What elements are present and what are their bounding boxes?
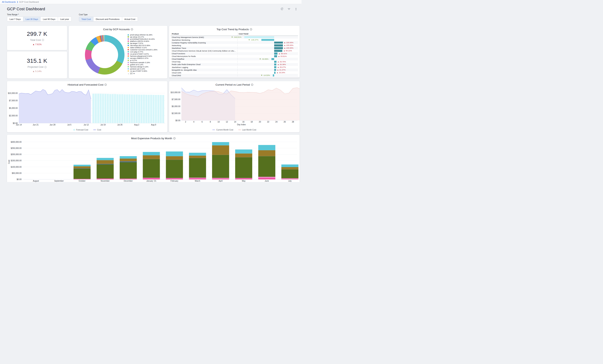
svg-text:August: August [33, 180, 39, 182]
donut-legend-item[interactable]: freemium-sample 0.19% [128, 62, 166, 64]
donut-legend-item[interactable]: qa-target 7.57% [128, 42, 166, 44]
column-header-cost-trend[interactable]: Cost Trend [238, 32, 298, 36]
donut-legend-item[interactable]: ce-prod-274307 0.67% [128, 53, 166, 55]
legend-item[interactable]: Last Month Cost [238, 129, 256, 131]
trend-value: ▲ 94.21% [283, 50, 292, 52]
stacked-bar [120, 156, 137, 179]
svg-text:Aug 2: Aug 2 [134, 124, 139, 126]
svg-text:12: 12 [226, 121, 228, 123]
breadcrumb-link-all-dashboards[interactable]: All Dashboards [2, 1, 16, 3]
svg-text:$10,000.00: $10,000.00 [171, 91, 180, 94]
donut-legend-item[interactable]: platform-205701 8.82% [128, 40, 166, 42]
trend-value: ▲ 25.70% [278, 61, 286, 63]
donut-legend-item[interactable]: harness-design 0.13% [128, 66, 166, 68]
donut-legend-item[interactable]: harness-playground 0.52% [128, 55, 166, 57]
option-actual-cost[interactable]: Actual Cost [122, 17, 138, 22]
donut-legend-item[interactable]: ccm-play 0.77% [128, 51, 166, 53]
donut-legend-item[interactable]: customer-success-244100 1.00% [128, 49, 166, 51]
refresh-button[interactable] [280, 7, 284, 11]
chevron-right-icon: ❯ [17, 1, 18, 3]
trend-bar [273, 74, 274, 77]
legend-item[interactable]: Cost [93, 129, 101, 131]
cost-area [19, 89, 91, 123]
cost-trend-cell: ▼ -342.01% [238, 36, 298, 39]
info-icon[interactable]: i [44, 66, 46, 68]
trend-bar [274, 55, 277, 57]
legend-dot [128, 36, 129, 38]
time-range-options: Last 7 DaysLast 30 DaysLast 90 DaysLast … [7, 17, 71, 22]
more-options-button[interactable] [294, 7, 298, 11]
cost-trend-cell: ▲ 100.00% [238, 41, 298, 44]
stacked-bar [143, 152, 160, 179]
svg-text:Jun 14: Jun 14 [16, 124, 22, 126]
column-header-product[interactable]: Product [171, 32, 238, 36]
historical-chart-legend: Forecast CostCost [7, 129, 167, 131]
monthly-chart-title: Most Expensive Products by Month [131, 137, 172, 140]
legend-dot [128, 68, 129, 69]
info-icon[interactable]: i [104, 84, 107, 86]
table-row: Stackdriver Logging▲ 25.27% [171, 66, 298, 68]
donut-legend-item[interactable]: ø 0.27% [128, 59, 166, 62]
trend-value: ▲ 100.00% [284, 44, 294, 46]
stacked-bar [189, 153, 206, 179]
info-icon[interactable]: i [173, 137, 175, 139]
option-last-year[interactable]: Last year [58, 17, 71, 22]
svg-text:April: April [219, 180, 223, 182]
trend-value: ▲ 33.51% [278, 55, 287, 57]
product-cell: MongoDB Inc. MongoDB Atlas [171, 69, 238, 71]
legend-item[interactable]: Forecast Cost [73, 129, 88, 131]
historical-forecast-card: Historical and Forecasted Cost i $10,000… [7, 81, 167, 132]
info-icon[interactable]: i [250, 28, 252, 30]
stacked-bar [97, 158, 114, 179]
svg-text:Day Index: Day Index [237, 123, 246, 126]
legend-item[interactable]: Current Month Cost [212, 129, 233, 131]
svg-text:July: July [288, 180, 292, 182]
product-cell: Stackdriver Monitoring [171, 39, 238, 41]
filter-icon [288, 8, 290, 10]
donut-legend-item[interactable]: pentest-uat 0.10% [128, 68, 166, 70]
legend-label: qa-target 7.57% [130, 42, 143, 44]
svg-text:$5,000.00: $5,000.00 [172, 105, 181, 108]
option-last-90-days[interactable]: Last 90 Days [41, 17, 58, 22]
donut-legend-item[interactable]: sales-209522 3.11% [128, 47, 166, 49]
donut-legend-item[interactable]: secops-239815 0.37% [128, 57, 166, 59]
option-last-30-days[interactable]: Last 30 Days [23, 17, 41, 22]
filter-button[interactable] [287, 7, 291, 11]
legend-swatch [73, 129, 75, 131]
table-scrollbar-track[interactable] [169, 77, 300, 78]
option-last-7-days[interactable]: Last 7 Days [7, 17, 23, 22]
svg-text:March: March [195, 180, 200, 182]
option-total-cost[interactable]: Total Cost [79, 17, 93, 22]
projected-cost-card: 315.1 K Projected Cost i ▲ 5.14% [7, 52, 67, 78]
info-icon[interactable]: i [251, 84, 253, 86]
donut-legend-item[interactable]: uat-setup-261723 5.55% [128, 44, 166, 47]
svg-text:January '21: January '21 [146, 180, 156, 182]
info-icon[interactable]: i [42, 39, 44, 41]
table-row: MongoDB Inc. MongoDB Atlas▲ 21.37% [171, 68, 298, 71]
cost-trend-cell: ▲ 100.00% [238, 47, 298, 49]
legend-dot [128, 70, 129, 72]
table-row: Cloud Dataflow▼ -32.06% [171, 58, 298, 60]
trend-value: ▲ 25.38% [277, 63, 286, 66]
kebab-menu-icon [296, 8, 296, 11]
trend-value: ▼ -32.06% [259, 58, 268, 60]
period-chart-legend: Current Month CostLast Month Cost [169, 129, 300, 131]
dashboard-page: GCP Cost Dashboard Time Range * Last 7 D… [0, 7, 302, 182]
option-discount-and-promotions[interactable]: Discount and Promotions [93, 17, 122, 22]
total-cost-card: 299.7 K Total Cost i ▲ 7.61% [7, 26, 67, 50]
info-icon[interactable]: i [131, 28, 133, 30]
donut-legend-item[interactable]: pr10406a87045145c3 15.20% [128, 38, 166, 40]
legend-label: freemium-sample 0.19% [130, 62, 150, 64]
page-indicator: 1/2 [130, 72, 133, 75]
donut-legend-item[interactable]: ce-qa-274307 0.06% [128, 70, 166, 72]
page-up-icon[interactable]: ▲ [128, 73, 129, 75]
svg-text:24: 24 [275, 121, 278, 123]
donut-legend-item[interactable]: golink-url 0.14% [128, 64, 166, 66]
legend-swatch [238, 130, 241, 130]
donut-legend-item[interactable]: prod-setup-205416 32.29% [128, 34, 166, 36]
page-down-icon[interactable]: ▼ [133, 73, 135, 75]
legend-dot [128, 47, 129, 48]
donut-legend-item[interactable]: qa-setup 23.17% [128, 36, 166, 38]
top-cost-trend-card: Top Cost Trend by Products i Product Cos… [169, 26, 300, 78]
table-header-row: Product Cost Trend [171, 32, 298, 36]
